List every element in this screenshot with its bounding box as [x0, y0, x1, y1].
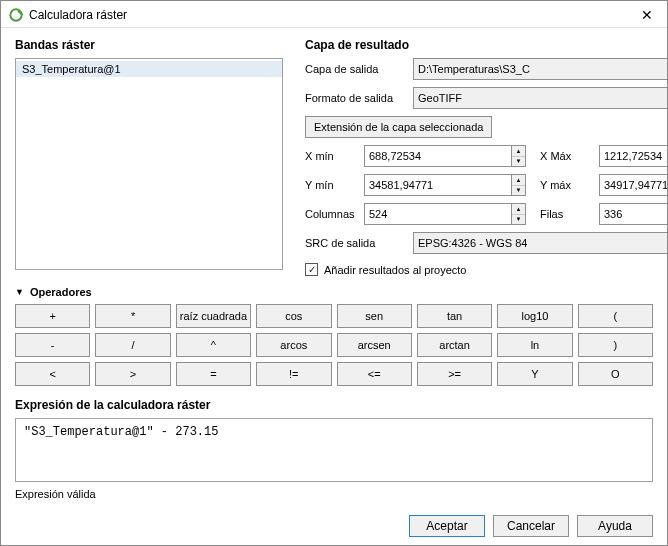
svg-point-0 — [10, 9, 21, 20]
titlebar: Calculadora ráster ✕ — [1, 1, 667, 28]
op-ne[interactable]: != — [256, 362, 331, 386]
output-format-label: Formato de salida — [305, 92, 409, 104]
xmin-input[interactable]: ▲▼ — [364, 145, 526, 167]
result-title: Capa de resultado — [305, 38, 668, 52]
list-item[interactable]: S3_Temperatura@1 — [16, 61, 282, 77]
cols-label: Columnas — [305, 208, 360, 220]
output-layer-field[interactable]: D:\Temperaturas\S3_C ▾ — [413, 58, 668, 80]
close-icon[interactable]: ✕ — [635, 7, 659, 23]
xmin-label: X mín — [305, 150, 360, 162]
op-ln[interactable]: ln — [497, 333, 572, 357]
cols-input[interactable]: ▲▼ — [364, 203, 526, 225]
triangle-down-icon: ▼ — [15, 287, 24, 297]
bands-title: Bandas ráster — [15, 38, 283, 52]
ymin-input[interactable]: ▲▼ — [364, 174, 526, 196]
op-eq[interactable]: = — [176, 362, 251, 386]
op-cos[interactable]: cos — [256, 304, 331, 328]
op-le[interactable]: <= — [337, 362, 412, 386]
op-multiply[interactable]: * — [95, 304, 170, 328]
op-asin[interactable]: arcsen — [337, 333, 412, 357]
expression-title: Expresión de la calculadora ráster — [15, 398, 653, 412]
op-divide[interactable]: / — [95, 333, 170, 357]
op-paren-close[interactable]: ) — [578, 333, 653, 357]
op-log10[interactable]: log10 — [497, 304, 572, 328]
rows-input[interactable]: ▲▼ — [599, 203, 668, 225]
output-layer-label: Capa de salida — [305, 63, 409, 75]
op-sqrt[interactable]: raíz cuadrada — [176, 304, 251, 328]
op-tan[interactable]: tan — [417, 304, 492, 328]
add-result-checkbox[interactable]: ✓ — [305, 263, 318, 276]
bands-list[interactable]: S3_Temperatura@1 — [15, 58, 283, 270]
ymin-label: Y mín — [305, 179, 360, 191]
accept-button[interactable]: Aceptar — [409, 515, 485, 537]
crs-select[interactable]: EPSG:4326 - WGS 84 ▾ — [413, 232, 668, 254]
output-format-select[interactable]: GeoTIFF ▾ — [413, 87, 668, 109]
op-power[interactable]: ^ — [176, 333, 251, 357]
rows-label: Filas — [540, 208, 595, 220]
xmax-label: X Máx — [540, 150, 595, 162]
window-title: Calculadora ráster — [29, 8, 127, 22]
op-atan[interactable]: arctan — [417, 333, 492, 357]
ymax-input[interactable]: ▲▼ — [599, 174, 668, 196]
op-paren-open[interactable]: ( — [578, 304, 653, 328]
op-or[interactable]: O — [578, 362, 653, 386]
ymax-label: Y máx — [540, 179, 595, 191]
expression-status: Expresión válida — [15, 488, 653, 500]
op-ge[interactable]: >= — [417, 362, 492, 386]
xmax-input[interactable]: ▲▼ — [599, 145, 668, 167]
operators-header[interactable]: ▼ Operadores — [15, 286, 653, 298]
add-result-label: Añadir resultados al proyecto — [324, 264, 466, 276]
expression-textarea[interactable]: "S3_Temperatura@1" - 273.15 — [15, 418, 653, 482]
op-sin[interactable]: sen — [337, 304, 412, 328]
help-button[interactable]: Ayuda — [577, 515, 653, 537]
app-icon — [9, 8, 23, 22]
selected-layer-extent-button[interactable]: Extensión de la capa seleccionada — [305, 116, 492, 138]
op-minus[interactable]: - — [15, 333, 90, 357]
op-gt[interactable]: > — [95, 362, 170, 386]
cancel-button[interactable]: Cancelar — [493, 515, 569, 537]
op-plus[interactable]: + — [15, 304, 90, 328]
op-and[interactable]: Y — [497, 362, 572, 386]
crs-label: SRC de salida — [305, 237, 409, 249]
op-acos[interactable]: arcos — [256, 333, 331, 357]
op-lt[interactable]: < — [15, 362, 90, 386]
